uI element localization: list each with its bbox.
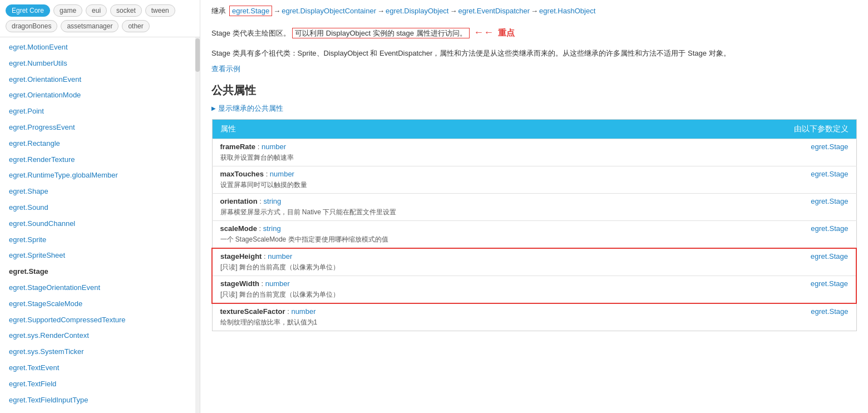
prop-defined-cell[interactable]: egret.Stage (683, 303, 856, 331)
sidebar-tag-game[interactable]: game (53, 4, 82, 17)
prop-type[interactable]: string (263, 224, 281, 233)
prop-name: scaleMode (220, 224, 257, 233)
scrollbar-track (195, 37, 200, 413)
table-row: maxTouches : number设置屏幕同时可以触摸的数量egret.St… (212, 166, 856, 193)
prop-desc-cell: 绘制纹理的缩放比率，默认值为1 (213, 317, 684, 331)
prop-desc-cell: [只读] 舞台的当前高度（以像素为单位） (213, 262, 643, 276)
sidebar-tag-dragonbones[interactable]: dragonBones (6, 20, 57, 32)
prop-defined-cell[interactable]: egret.Stage (683, 220, 856, 248)
sidebar-tag-assetsmanager[interactable]: assetsmanager (61, 20, 119, 32)
sidebar-item[interactable]: egret.StageScaleMode (0, 296, 200, 312)
sidebar-item[interactable]: egret.Sprite (0, 232, 200, 248)
inherit-item-1[interactable]: egret.DisplayObjectContainer (282, 7, 376, 15)
desc-arrow-icon: ←← (474, 24, 494, 41)
prop-name: stageWidth (220, 279, 259, 288)
sidebar-item[interactable]: egret.RenderTexture (0, 152, 200, 168)
prop-name: maxTouches (220, 170, 264, 178)
sidebar-item[interactable]: egret.SpriteSheet (0, 248, 200, 264)
sidebar-item[interactable]: egret.OrientationMode (0, 87, 200, 104)
col-property: 属性 (212, 119, 683, 139)
properties-table: 属性 由以下参数定义 frameRate : number获取并设置舞台的帧速率… (211, 119, 857, 331)
desc-highlight: 可以利用 DisplayObject 实例的 stage 属性进行访问。 (292, 28, 469, 38)
prop-defined-cell[interactable]: egret.Stage (683, 193, 856, 220)
table-row: textureScaleFactor : number绘制纹理的缩放比率，默认值… (212, 303, 856, 331)
prop-defined-cell[interactable]: egret.Stage (683, 139, 856, 166)
show-inherited-link[interactable]: 显示继承的公共属性 (211, 104, 857, 114)
prop-name: orientation (220, 197, 258, 205)
main-content: 继承 egret.Stage→egret.DisplayObjectContai… (200, 0, 868, 413)
prop-type[interactable]: string (264, 197, 282, 205)
prop-type[interactable]: number (291, 307, 315, 316)
sidebar-item[interactable]: egret.RuntimeType.globalMember (0, 168, 200, 184)
prop-separator: : (257, 224, 263, 233)
table-header-row: 属性 由以下参数定义 (212, 119, 856, 139)
sidebar-item[interactable]: egret.Stage (0, 264, 200, 280)
table-row: scaleMode : string一个 StageScaleMode 类中指定… (212, 220, 856, 248)
table-row: stageWidth : number[只读] 舞台的当前宽度（以像素为单位）e… (213, 276, 856, 303)
sidebar-list: egret.MotionEventegret.NumberUtilsegret.… (0, 37, 200, 413)
sidebar-item[interactable]: egret.StageOrientationEvent (0, 280, 200, 296)
sidebar-tag-eui[interactable]: eui (86, 4, 107, 17)
prop-desc-cell: 屏幕横竖屏显示方式，目前 Native 下只能在配置文件里设置 (213, 206, 684, 220)
prop-type[interactable]: number (268, 252, 292, 260)
prop-defined-cell[interactable]: egret.Stage (683, 166, 856, 193)
prop-type[interactable]: number (265, 279, 290, 288)
sidebar-tag-socket[interactable]: socket (110, 4, 142, 17)
prop-separator: : (255, 142, 262, 151)
prop-separator: : (259, 279, 265, 288)
sidebar-item[interactable]: egret.Point (0, 104, 200, 120)
sidebar-item[interactable]: egret.Sound (0, 200, 200, 216)
sidebar-item[interactable]: egret.TextFieldType (0, 408, 200, 413)
inherit-item-2[interactable]: egret.DisplayObject (386, 7, 448, 15)
sidebar-item[interactable]: egret.SupportedCompressedTexture (0, 312, 200, 328)
prop-name-cell: scaleMode : string (213, 221, 684, 234)
scrollbar-thumb[interactable] (195, 38, 200, 72)
prop-defined-cell[interactable]: egret.Stage (643, 249, 856, 276)
prop-name-cell: frameRate : number (213, 139, 684, 152)
prop-desc-cell: 获取并设置舞台的帧速率 (213, 152, 684, 166)
sidebar-tag-tween[interactable]: tween (145, 4, 175, 17)
sidebar-item[interactable]: egret.NumberUtils (0, 56, 200, 72)
sidebar-item[interactable]: egret.MotionEvent (0, 40, 200, 56)
prop-type[interactable]: number (262, 142, 286, 151)
prop-name-cell: orientation : string (213, 194, 684, 206)
prop-name: frameRate (220, 142, 256, 151)
table-row-highlighted-group: stageHeight : number[只读] 舞台的当前高度（以像素为单位）… (212, 248, 856, 303)
properties-body: frameRate : number获取并设置舞台的帧速率egret.Stage… (212, 139, 856, 331)
description-block: Stage 类代表主绘图区。 可以利用 DisplayObject 实例的 st… (211, 24, 857, 41)
table-row: frameRate : number获取并设置舞台的帧速率egret.Stage (212, 139, 856, 166)
view-example-link[interactable]: 查看示例 (211, 64, 857, 74)
sidebar-item[interactable]: egret.SoundChannel (0, 216, 200, 232)
sidebar-item[interactable]: egret.sys.RenderContext (0, 328, 200, 344)
sidebar-item[interactable]: egret.TextFieldInputType (0, 392, 200, 409)
prop-separator: : (262, 252, 268, 260)
col-defined-by: 由以下参数定义 (683, 119, 856, 139)
prop-separator: : (258, 197, 264, 205)
desc-full: Stage 类具有多个祖代类：Sprite、DisplayObject 和 Ev… (211, 47, 857, 60)
inherit-item-4[interactable]: egret.HashObject (539, 7, 595, 15)
inheritance-chain: 继承 egret.Stage→egret.DisplayObjectContai… (211, 6, 857, 16)
sidebar-item[interactable]: egret.sys.SystemTicker (0, 344, 200, 360)
sidebar-item[interactable]: egret.Shape (0, 184, 200, 200)
sidebar-item[interactable]: egret.Rectangle (0, 136, 200, 152)
sidebar-item[interactable]: egret.TextEvent (0, 360, 200, 376)
prop-type[interactable]: number (270, 170, 294, 178)
prop-name-cell: stageWidth : number (213, 276, 643, 289)
inherit-arrow-icon: → (450, 7, 457, 15)
sidebar-item[interactable]: egret.TextField (0, 376, 200, 392)
inherit-item-0[interactable]: egret.Stage (229, 6, 272, 16)
inherit-arrow-icon: → (531, 7, 538, 15)
prop-desc-cell: 一个 StageScaleMode 类中指定要使用哪种缩放模式的值 (213, 234, 684, 248)
prop-name-cell: maxTouches : number (213, 166, 684, 179)
sidebar-item[interactable]: egret.OrientationEvent (0, 72, 200, 88)
sidebar-item[interactable]: egret.ProgressEvent (0, 120, 200, 136)
desc-before: Stage 类代表主绘图区。 (211, 29, 290, 37)
sidebar-tag-egret-core[interactable]: Egret Core (6, 4, 50, 17)
inherit-arrow-icon: → (273, 7, 280, 15)
section-title: 公共属性 (211, 83, 857, 98)
inherit-item-3[interactable]: egret.EventDispatcher (458, 7, 530, 15)
prop-name: textureScaleFactor (220, 307, 285, 316)
sidebar-tag-other[interactable]: other (122, 20, 149, 32)
inheritance-label: 继承 (211, 6, 226, 16)
prop-defined-cell[interactable]: egret.Stage (643, 276, 856, 303)
